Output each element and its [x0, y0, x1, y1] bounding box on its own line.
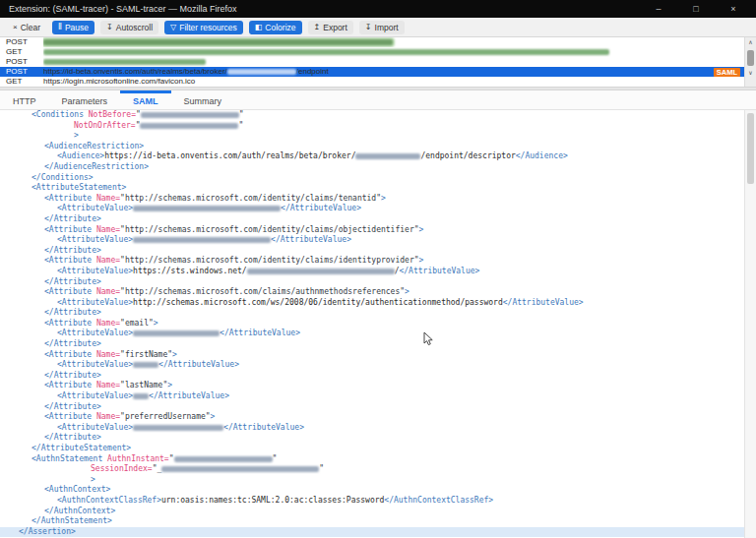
redacted-text: [141, 112, 239, 118]
xml-line: <AuthnStatement AuthnInstant="": [0, 454, 756, 465]
maximize-button[interactable]: □: [677, 0, 715, 18]
text-token: Name=: [96, 319, 120, 328]
text-token: "email": [120, 319, 154, 328]
request-row[interactable]: GET: [0, 47, 756, 57]
text-token: </Conditions>: [32, 173, 94, 182]
text-token: >: [405, 287, 410, 296]
text-token: >: [381, 194, 386, 203]
text-token: >: [172, 350, 177, 359]
xml-scrollbar-thumb[interactable]: [747, 113, 754, 184]
redacted-text: [43, 39, 393, 45]
xml-line: <AttributeValue></AttributeValue>: [0, 235, 756, 246]
text-token: <Audience>: [57, 151, 104, 160]
text-token: "_: [153, 464, 162, 473]
text-token: Name=: [96, 381, 120, 389]
tab-parameters[interactable]: Parameters: [49, 90, 121, 109]
tab-saml[interactable]: SAML: [120, 90, 171, 109]
text-token: >: [167, 381, 172, 389]
request-list-scrollbar[interactable]: ∧ ∨: [744, 37, 756, 87]
filter-resources-button[interactable]: ▽Filter resources: [164, 21, 243, 34]
xml-line: <Attribute Name="http://schemas.microsof…: [0, 194, 756, 205]
request-method: GET: [0, 47, 43, 57]
xml-line: <Attribute Name="http://schemas.microsof…: [0, 287, 756, 298]
request-list[interactable]: POSTGETPOSTPOSThttps://id-beta.onventis.…: [0, 37, 756, 87]
text-token: <AuthnContext>: [44, 485, 110, 494]
request-url: https://id-beta.onventis.com/auth/realms…: [43, 67, 714, 77]
text-token: </AttributeStatement>: [32, 444, 131, 452]
request-row[interactable]: GEThttps://login.microsoftonline.com/fav…: [0, 77, 756, 87]
text-token: ": [319, 464, 324, 473]
xml-line: </Attribute>: [0, 308, 756, 319]
text-token: ": [169, 454, 174, 463]
request-row[interactable]: POSThttps://id-beta.onventis.com/auth/re…: [0, 67, 756, 77]
text-token: ": [238, 121, 243, 130]
text-token: https://sts.windows.net/: [133, 267, 247, 275]
xml-scrollbar[interactable]: [744, 110, 756, 538]
import-button[interactable]: ↧Import: [359, 21, 405, 34]
filter-resources-icon: ▽: [170, 24, 176, 31]
text-token: </AttributeValue>: [399, 267, 479, 275]
text-token: "preferredUsername": [120, 412, 211, 421]
text-token: <Conditions: [32, 110, 89, 119]
tab-http[interactable]: HTTP: [0, 90, 49, 109]
request-url: [43, 57, 756, 67]
scroll-down-icon[interactable]: ∨: [745, 68, 756, 78]
tab-summary[interactable]: Summary: [171, 90, 235, 109]
text-token: >: [91, 475, 95, 484]
request-row[interactable]: POST: [0, 37, 756, 47]
xml-line: <Attribute Name="lastName">: [0, 381, 756, 391]
text-token: </Assertion>: [19, 527, 76, 536]
xml-line: <Attribute Name="http://schemas.microsof…: [0, 256, 756, 267]
text-token: <Attribute: [44, 225, 96, 234]
autoscroll-button[interactable]: ↧Autoscroll: [100, 21, 158, 34]
pause-label: Pause: [65, 23, 89, 32]
redacted-text: [133, 393, 149, 399]
text-token: Name=: [96, 256, 120, 265]
text-token: <AuthnContextClassRef>: [57, 496, 161, 505]
text-token: <AttributeValue>: [57, 329, 133, 337]
text-token: https://id-beta.onventis.com/auth/realms…: [104, 151, 355, 160]
xml-line: >: [0, 475, 756, 486]
text-token: "http://schemas.microsoft.com/identity/c…: [120, 225, 418, 234]
xml-line: <Attribute Name="firstName">: [0, 350, 756, 361]
scrollbar-thumb[interactable]: [747, 50, 754, 66]
xml-line: </Attribute>: [0, 214, 756, 225]
xml-line: </AudienceRestriction>: [0, 162, 756, 173]
close-button[interactable]: ×: [715, 0, 752, 18]
redacted-text: [227, 69, 296, 75]
clear-button[interactable]: ×Clear: [7, 21, 46, 34]
xml-line: <AttributeValue></AttributeValue>: [0, 360, 756, 371]
request-method: POST: [0, 67, 43, 77]
colorize-button[interactable]: ◧Colorize: [249, 21, 302, 34]
redacted-text: [133, 206, 281, 211]
autoscroll-icon: ↧: [106, 24, 113, 31]
text-token: <AttributeValue>: [57, 391, 133, 400]
colorize-icon: ◧: [255, 24, 263, 31]
text-token: <AttributeStatement>: [32, 183, 126, 192]
text-token: </Attribute>: [44, 246, 101, 255]
text-token: </AttributeValue>: [271, 235, 351, 244]
xml-line: >: [0, 131, 756, 142]
text-token: "firstName": [120, 350, 172, 359]
export-button[interactable]: ↥Export: [308, 21, 353, 34]
saml-xml-pane[interactable]: <Conditions NotBefore=""NotOnOrAfter="">…: [0, 110, 756, 538]
text-token: </Attribute>: [44, 371, 101, 380]
request-row[interactable]: POST: [0, 57, 756, 67]
text-token: /endpoint: [296, 67, 329, 76]
minimize-button[interactable]: –: [640, 0, 677, 18]
text-token: </Attribute>: [44, 308, 101, 317]
text-token: >: [74, 131, 79, 140]
text-token: </AttributeValue>: [281, 204, 361, 212]
text-token: https://login.microsoftonline.com/favico…: [43, 77, 195, 86]
xml-line: </Conditions>: [0, 173, 756, 184]
text-token: https://id-beta.onventis.com/auth/realms…: [43, 67, 227, 76]
pause-button[interactable]: ⅡPause: [52, 21, 94, 34]
export-icon: ↥: [314, 24, 321, 31]
text-token: >: [211, 412, 216, 421]
scroll-up-icon[interactable]: ∧: [745, 37, 756, 47]
xml-line: <AttributeStatement>: [0, 183, 756, 194]
text-token: </AttributeValue>: [158, 360, 239, 369]
text-token: "http://schemas.microsoft.com/identity/c…: [120, 256, 418, 265]
tab-bar: HTTPParametersSAMLSummary: [0, 90, 756, 110]
xml-line: NotOnOrAfter="": [0, 121, 756, 132]
